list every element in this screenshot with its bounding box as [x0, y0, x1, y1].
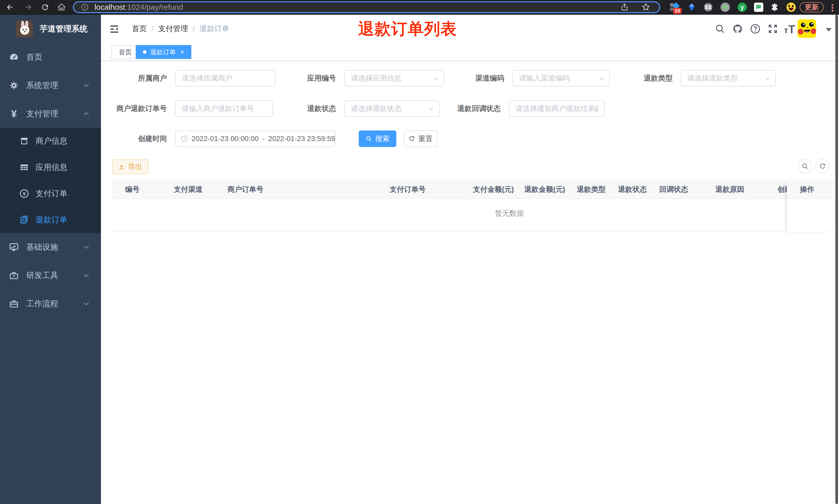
- tab-label: 首页: [119, 48, 131, 56]
- filter-label: 退款回调状态: [413, 101, 501, 117]
- date-end[interactable]: 2022-01-23 23:59:59: [268, 134, 335, 143]
- col-refund-status: 退款状态: [618, 180, 647, 199]
- col-create-time: 创建时间: [778, 180, 787, 199]
- sidebar-collapse-icon[interactable]: [109, 24, 120, 34]
- url-bar[interactable]: localhost:1024/pay/refund: [73, 1, 660, 13]
- table-bottom-border: [111, 231, 834, 231]
- page-title: 退款订单列表: [358, 18, 457, 40]
- extension-dot-icon[interactable]: [720, 3, 730, 12]
- sidebar-item-pay[interactable]: ¥ 支付管理: [0, 100, 101, 128]
- sidebar-item-system[interactable]: 系统管理: [0, 71, 101, 100]
- sidebar-item-workflow[interactable]: 工作流程: [0, 290, 101, 318]
- sidebar-item-label: 退款订单: [36, 214, 68, 225]
- sidebar-item-home[interactable]: 首页: [0, 43, 101, 71]
- url-text: localhost:1024/pay/refund: [94, 3, 183, 12]
- breadcrumb-pay[interactable]: 支付管理: [158, 24, 188, 34]
- extension-chat-icon[interactable]: [754, 3, 763, 12]
- reload-icon[interactable]: [41, 3, 50, 12]
- export-button[interactable]: 导出: [112, 159, 148, 174]
- user-avatar[interactable]: [798, 19, 816, 38]
- refund-type-select[interactable]: [681, 70, 776, 87]
- coin-icon: ¥: [19, 188, 30, 199]
- reset-label: 重置: [418, 134, 433, 144]
- refund-type-input[interactable]: [681, 71, 775, 86]
- extension-puzzle-icon[interactable]: [770, 3, 779, 12]
- pay-submenu: 商户信息 应用信息 ¥ 支付订单 退款订单: [0, 128, 101, 233]
- back-icon[interactable]: [6, 3, 14, 12]
- window-scrollbar[interactable]: [835, 15, 838, 504]
- breadcrumb-separator: /: [193, 25, 195, 33]
- refresh-icon: [819, 163, 826, 170]
- extension-diamond-icon[interactable]: 10: [670, 3, 679, 12]
- download-icon: [118, 163, 125, 170]
- tab-active-dot: [143, 50, 146, 54]
- url-path: :1024/pay/refund: [125, 3, 183, 11]
- breadcrumb: 首页 / 支付管理 / 退款订单: [132, 15, 229, 43]
- tags-view: 首页 退款订单 ×: [101, 43, 839, 61]
- clock-icon: [181, 135, 188, 142]
- refund-table: 编号 支付渠道 商户订单号 支付订单号 支付金额(元) 退款金额(元) 退款类型…: [111, 180, 834, 231]
- dashboard-icon: [8, 52, 20, 63]
- forward-icon[interactable]: [24, 3, 33, 12]
- app-logo: [16, 20, 33, 37]
- chevron-up-icon: [83, 111, 90, 116]
- sidebar-item-refund-order[interactable]: 退款订单: [0, 207, 101, 233]
- update-label: 更新: [805, 3, 819, 12]
- export-label: 导出: [128, 162, 142, 172]
- sidebar-item-devtools[interactable]: 研发工具: [0, 261, 101, 290]
- sidebar-item-app-info[interactable]: 应用信息: [0, 154, 101, 180]
- date-start[interactable]: 2022-01-23 00:00:00: [192, 134, 258, 143]
- page-header: 首页 / 支付管理 / 退款订单 退款订单列表 тT: [101, 15, 839, 43]
- search-button[interactable]: 搜索: [359, 130, 396, 147]
- extension-y-icon[interactable]: y: [737, 3, 747, 12]
- callback-status-select[interactable]: [509, 101, 605, 117]
- sidebar-logo-row[interactable]: 芋道管理系统: [0, 15, 101, 43]
- callback-status-input[interactable]: [510, 101, 604, 116]
- bookmark-star-icon[interactable]: [641, 3, 650, 12]
- sidebar-item-label: 支付订单: [36, 188, 68, 199]
- help-icon[interactable]: [750, 23, 761, 34]
- site-info-icon[interactable]: [81, 3, 89, 11]
- fullscreen-icon[interactable]: [767, 23, 778, 34]
- table-header: 编号 支付渠道 商户订单号 支付订单号 支付金额(元) 退款金额(元) 退款类型…: [111, 180, 834, 199]
- share-icon[interactable]: [620, 3, 629, 12]
- tab-refund-order[interactable]: 退款订单 ×: [136, 45, 191, 59]
- filter-label: 商户退款订单号: [93, 101, 167, 117]
- grid-icon: [19, 162, 30, 173]
- breadcrumb-home[interactable]: 首页: [132, 24, 147, 34]
- extension-command-icon[interactable]: [703, 3, 713, 12]
- browser-update-button[interactable]: 更新: [800, 2, 824, 12]
- tab-label: 退款订单: [150, 48, 176, 56]
- extension-kite-icon[interactable]: [687, 3, 696, 12]
- tab-home[interactable]: 首页: [111, 45, 139, 59]
- briefcase-icon: [8, 298, 20, 309]
- font-size-icon[interactable]: тT: [784, 23, 795, 36]
- chevron-down-icon: [83, 83, 90, 88]
- toggle-search-button[interactable]: [798, 159, 812, 174]
- main-area: 首页 / 支付管理 / 退款订单 退款订单列表 тT 首页 退款订单 × 所属商…: [101, 15, 839, 504]
- date-range-picker[interactable]: 2022-01-23 00:00:00 - 2022-01-23 23:59:5…: [175, 130, 335, 147]
- filter-label: 创建时间: [106, 130, 167, 147]
- browser-menu-icon[interactable]: [831, 3, 833, 13]
- sidebar-nav: 首页 系统管理 ¥ 支付管理 商户信息 应用信息 ¥ 支付订单: [0, 43, 101, 318]
- extension-emoji-icon[interactable]: [786, 3, 796, 12]
- col-refund-amount: 退款金额(元): [524, 180, 565, 199]
- sidebar-item-merchant-info[interactable]: 商户信息: [0, 128, 101, 154]
- github-icon[interactable]: [732, 23, 743, 34]
- search-icon[interactable]: [715, 23, 726, 34]
- refresh-table-button[interactable]: [815, 159, 830, 174]
- breadcrumb-current: 退款订单: [199, 24, 229, 34]
- home-icon[interactable]: [57, 3, 66, 12]
- tab-close-icon[interactable]: ×: [180, 48, 184, 56]
- breadcrumb-separator: /: [151, 25, 154, 33]
- sidebar-item-pay-order[interactable]: ¥ 支付订单: [0, 180, 101, 207]
- avatar-caret-icon[interactable]: [826, 28, 832, 31]
- extension-badge: 10: [673, 8, 682, 14]
- document-icon: [19, 214, 30, 226]
- col-pay-order-no: 支付订单号: [390, 180, 426, 199]
- sidebar-item-infra[interactable]: 基础设施: [0, 233, 101, 261]
- col-pay-channel: 支付渠道: [174, 180, 203, 199]
- search-label: 搜索: [375, 134, 390, 144]
- reset-button[interactable]: 重置: [404, 130, 437, 147]
- app-title: 芋道管理系统: [40, 23, 88, 34]
